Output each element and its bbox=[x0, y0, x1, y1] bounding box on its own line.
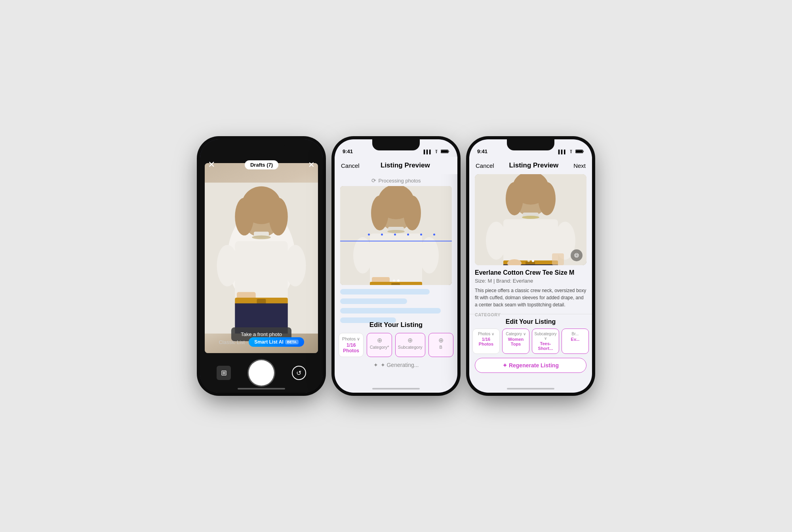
svg-point-27 bbox=[420, 237, 439, 274]
phone-result: 9:41 ▌▌▌ Cancel Listing Preview Next bbox=[469, 139, 592, 393]
result-tab-photos-label: Photos ∨ bbox=[474, 332, 498, 336]
camera-image: Take a front photo bbox=[205, 163, 318, 353]
svg-point-32 bbox=[571, 152, 571, 153]
result-tab-brand-label: Br... bbox=[564, 332, 587, 336]
status-time-3: 9:41 bbox=[477, 148, 487, 154]
processing-text: Processing photos bbox=[379, 178, 421, 184]
gallery-button[interactable]: ⊞ bbox=[217, 366, 231, 380]
generating-bar: ✦ ✦ Generating... bbox=[335, 357, 457, 373]
result-tab-brand[interactable]: Br... Ev... bbox=[562, 329, 589, 354]
result-tabs: Photos ∨ 1/16 Photos Category ∨ Women To… bbox=[469, 329, 592, 354]
phone1-screen: ✕ Drafts (7) ✕ bbox=[200, 139, 323, 393]
tab-category-label: Category* bbox=[369, 345, 389, 350]
svg-point-39 bbox=[538, 182, 556, 215]
camera-bottom-bar: ⊞ ↺ bbox=[200, 353, 323, 393]
scan-dot bbox=[407, 234, 409, 236]
home-indicator-1 bbox=[238, 388, 285, 390]
result-tab-subcategory[interactable]: Subcategory ∨ Tees- Short... bbox=[532, 329, 559, 354]
svg-point-24 bbox=[387, 230, 405, 233]
scan-dots bbox=[362, 234, 440, 236]
phones-container: ✕ Drafts (7) ✕ bbox=[200, 139, 592, 393]
smart-list-button[interactable]: Smart List AI BETA bbox=[249, 337, 304, 347]
image-indicators-2 bbox=[340, 279, 452, 282]
result-tab-category-label: Category ∨ bbox=[504, 332, 527, 336]
nav-title-3: Listing Preview bbox=[509, 162, 559, 169]
ind-3-2 bbox=[532, 260, 534, 262]
signal-icon-2: ▌▌▌ bbox=[424, 150, 432, 154]
processing-icon: ⟳ bbox=[371, 177, 376, 184]
regenerate-button[interactable]: ✦ Regenerate Listing bbox=[475, 358, 586, 373]
generating-text: ✦ Generating... bbox=[381, 362, 419, 368]
ind-3-1 bbox=[527, 260, 530, 262]
tab-photos-2[interactable]: Photos ∨ 1/16 Photos bbox=[339, 333, 364, 357]
svg-point-38 bbox=[506, 182, 523, 215]
svg-rect-42 bbox=[503, 219, 558, 265]
status-time-2: 9:41 bbox=[343, 148, 353, 154]
camera-top-bar: ✕ Drafts (7) ✕ bbox=[200, 157, 323, 173]
camera-viewfinder: Take a front photo bbox=[205, 163, 318, 353]
nav-bar-2: Cancel Listing Preview bbox=[335, 157, 457, 174]
svg-point-26 bbox=[353, 237, 372, 274]
cancel-button-3[interactable]: Cancel bbox=[476, 162, 494, 169]
home-indicator-3 bbox=[507, 388, 554, 390]
result-tab-category[interactable]: Category ∨ Women Tops bbox=[502, 329, 529, 354]
result-tab-category-value: Women Tops bbox=[504, 337, 527, 346]
next-button-3[interactable]: Next bbox=[573, 162, 586, 169]
close-button[interactable]: ✕ bbox=[208, 160, 215, 170]
result-tab-subcategory-label: Subcategory ∨ bbox=[534, 332, 557, 340]
edit-listing-section-2: Edit Your Listing Photos ∨ 1/16 Photos ⊕… bbox=[335, 316, 457, 373]
status-icons-3: ▌▌▌ bbox=[558, 149, 584, 154]
svg-point-21 bbox=[371, 196, 388, 230]
result-tab-subcategory-value: Tees- Short... bbox=[534, 341, 557, 351]
classic-list-label[interactable]: Classic List bbox=[219, 339, 245, 345]
phone3-screen: 9:41 ▌▌▌ Cancel Listing Preview Next bbox=[469, 139, 592, 393]
svg-point-22 bbox=[404, 196, 421, 230]
tab-brand-2[interactable]: ⊕ B bbox=[428, 333, 453, 357]
svg-point-15 bbox=[436, 152, 437, 153]
tab-brand-label: B bbox=[431, 345, 451, 350]
result-edit-title: Edit Your Listing bbox=[469, 314, 592, 329]
scan-dot bbox=[394, 234, 396, 236]
result-edit-listing-section: Edit Your Listing Photos ∨ 1/16 Photos C… bbox=[469, 314, 592, 373]
svg-point-7 bbox=[252, 236, 271, 239]
status-icons-2: ▌▌▌ bbox=[424, 149, 449, 154]
tab-category-2[interactable]: ⊕ Category* bbox=[367, 333, 392, 357]
subcategory-icon: ⊕ bbox=[398, 336, 423, 344]
svg-point-41 bbox=[522, 216, 539, 219]
category-icon: ⊕ bbox=[369, 336, 389, 344]
cancel-button-2[interactable]: Cancel bbox=[341, 162, 360, 169]
loading-bar-3 bbox=[340, 308, 441, 314]
svg-point-9 bbox=[217, 245, 238, 287]
listing-details: Everlane Cotton Crew Tee Size M Size: M … bbox=[475, 269, 586, 320]
shutter-button[interactable] bbox=[249, 360, 274, 386]
processing-banner: ⟳ Processing photos bbox=[335, 174, 457, 187]
listing-type-bar: Classic List Smart List AI BETA bbox=[200, 334, 323, 350]
svg-rect-50 bbox=[552, 253, 564, 265]
indicator-1 bbox=[393, 279, 395, 282]
svg-rect-34 bbox=[576, 150, 583, 153]
result-tab-photos[interactable]: Photos ∨ 1/16 Photos bbox=[472, 329, 500, 354]
phone-camera: ✕ Drafts (7) ✕ bbox=[200, 139, 323, 393]
nav-title-2: Listing Preview bbox=[381, 162, 430, 169]
notch-3 bbox=[507, 139, 554, 150]
tab-photos-label: Photos ∨ bbox=[341, 336, 361, 342]
flip-camera-button[interactable]: ↺ bbox=[292, 366, 306, 380]
tab-subcategory-2[interactable]: ⊕ Subcategory bbox=[395, 333, 425, 357]
listing-description: This piece offers a classic crew neck, o… bbox=[475, 287, 586, 308]
loading-bar-1 bbox=[340, 289, 430, 294]
scan-dot bbox=[420, 234, 422, 236]
scan-image bbox=[340, 186, 452, 285]
scan-dot bbox=[381, 234, 383, 236]
drafts-button[interactable]: Drafts (7) bbox=[245, 160, 278, 169]
flash-button[interactable]: ✕ bbox=[308, 160, 315, 169]
wifi-icon-3 bbox=[568, 150, 574, 154]
svg-rect-30 bbox=[391, 283, 400, 285]
tab-photos-value: 1/16 Photos bbox=[341, 342, 361, 353]
nav-bar-3: Cancel Listing Preview Next bbox=[469, 157, 592, 174]
svg-point-4 bbox=[235, 198, 254, 235]
wifi-icon-2 bbox=[434, 150, 439, 154]
svg-rect-13 bbox=[257, 299, 266, 304]
indicator-2 bbox=[397, 279, 400, 282]
gallery-icon: ⊞ bbox=[221, 369, 227, 377]
tab-subcategory-label: Subcategory bbox=[398, 345, 423, 350]
